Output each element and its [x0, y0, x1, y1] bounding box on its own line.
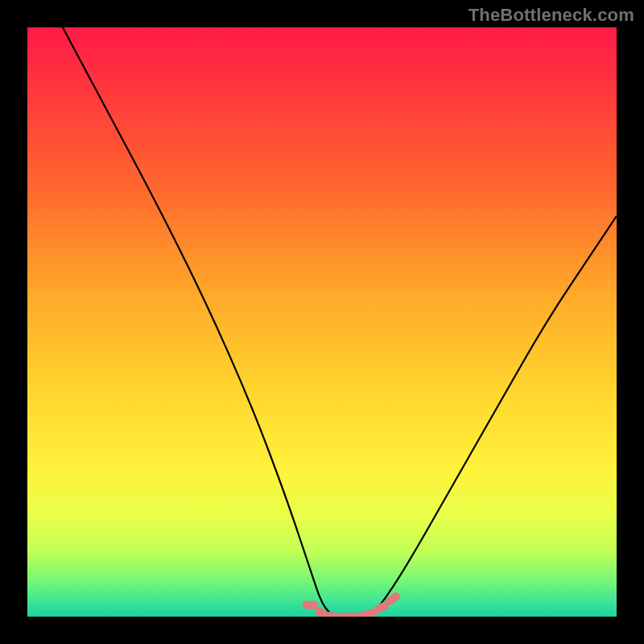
chart-plot-area	[27, 27, 617, 617]
attribution-text: TheBottleneck.com	[469, 5, 634, 26]
chart-frame: TheBottleneck.com	[0, 0, 644, 644]
